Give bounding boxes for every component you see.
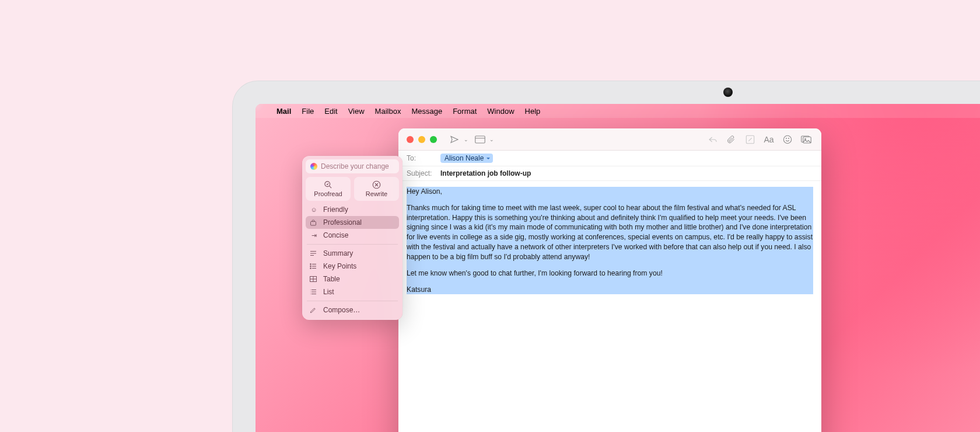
compose-item[interactable]: Compose…: [306, 304, 399, 316]
svg-rect-0: [475, 136, 485, 143]
menu-mailbox[interactable]: Mailbox: [375, 107, 401, 116]
menubar: Mail File Edit View Mailbox Message Form…: [256, 104, 980, 118]
writing-tools-popover: Describe your change Proofread Rewrite: [302, 156, 402, 320]
svg-point-3: [786, 138, 787, 138]
keypoints-icon: [310, 263, 318, 269]
subject-label: Subject:: [407, 169, 436, 177]
svg-point-4: [789, 138, 789, 138]
describe-change-input[interactable]: Describe your change: [306, 159, 399, 173]
transform-summary[interactable]: Summary: [306, 247, 399, 260]
describe-change-placeholder: Describe your change: [321, 162, 389, 170]
compose-label: Compose…: [323, 306, 360, 314]
tone-concise[interactable]: ⇥ Concise: [306, 229, 399, 242]
recipient-name: Alison Neale: [444, 154, 484, 162]
send-button[interactable]: [447, 133, 461, 147]
concise-label: Concise: [323, 231, 348, 239]
rewrite-label: Rewrite: [366, 190, 387, 197]
popover-divider-2: [307, 301, 398, 301]
transform-list[interactable]: List: [306, 285, 399, 298]
message-body[interactable]: Hey Alison, Thanks much for taking time …: [398, 181, 821, 432]
ai-spark-icon: [310, 163, 317, 170]
rewrite-button[interactable]: Rewrite: [354, 177, 399, 201]
friendly-label: Friendly: [323, 205, 348, 214]
proofread-icon: [306, 180, 351, 190]
body-paragraph-2: Let me know when's good to chat further,…: [407, 269, 813, 278]
popover-divider: [307, 244, 398, 245]
menu-file[interactable]: File: [302, 107, 314, 116]
svg-point-8: [325, 182, 330, 187]
photo-browser-button[interactable]: [799, 133, 813, 147]
friendly-icon: ☺: [310, 206, 318, 213]
subject-value: Interpretation job follow-up: [440, 169, 531, 177]
professional-icon: [310, 220, 318, 226]
subject-row[interactable]: Subject: Interpretation job follow-up: [398, 166, 821, 181]
send-options-chevron-icon[interactable]: ⌄: [464, 137, 468, 142]
summary-label: Summary: [323, 249, 353, 257]
list-icon: [310, 289, 318, 295]
zoom-button[interactable]: [430, 136, 437, 143]
svg-point-13: [310, 268, 312, 269]
compose-titlebar: ⌄ ⌄ Aa: [398, 128, 821, 151]
imac-frame: Mail File Edit View Mailbox Message Form…: [232, 81, 980, 432]
body-signature: Katsura: [407, 285, 813, 295]
desktop-screen: Mail File Edit View Mailbox Message Form…: [256, 104, 980, 432]
reply-button[interactable]: [706, 133, 720, 147]
header-fields-button[interactable]: [473, 133, 487, 147]
menu-help[interactable]: Help: [525, 107, 541, 116]
to-label: To:: [407, 154, 436, 162]
svg-point-12: [310, 266, 312, 267]
menubar-app-name[interactable]: Mail: [276, 107, 291, 116]
compose-window: ⌄ ⌄ Aa: [398, 128, 821, 432]
proofread-button[interactable]: Proofread: [306, 177, 351, 201]
format-button[interactable]: Aa: [762, 133, 776, 147]
header-options-chevron-icon[interactable]: ⌄: [489, 137, 494, 142]
body-greeting: Hey Alison,: [407, 187, 813, 197]
menu-view[interactable]: View: [348, 107, 365, 116]
menu-message[interactable]: Message: [411, 107, 442, 116]
svg-rect-10: [311, 221, 316, 225]
rewrite-icon: [354, 180, 399, 190]
tone-professional[interactable]: Professional: [306, 216, 399, 229]
transform-table[interactable]: Table: [306, 273, 399, 285]
transform-keypoints[interactable]: Key Points: [306, 260, 399, 273]
keypoints-label: Key Points: [323, 262, 356, 270]
minimize-button[interactable]: [418, 136, 425, 143]
table-label: Table: [323, 275, 340, 283]
close-button[interactable]: [407, 136, 414, 143]
menu-edit[interactable]: Edit: [324, 107, 337, 116]
svg-point-11: [310, 264, 312, 265]
tone-friendly[interactable]: ☺ Friendly: [306, 203, 399, 216]
emoji-button[interactable]: [780, 133, 794, 147]
menu-window[interactable]: Window: [487, 107, 514, 116]
camera-icon: [723, 88, 733, 97]
summary-icon: [310, 250, 318, 256]
compose-icon: [310, 307, 318, 313]
menu-format[interactable]: Format: [453, 107, 477, 116]
svg-point-2: [783, 135, 791, 143]
window-controls: [407, 136, 437, 143]
recipient-token[interactable]: Alison Neale: [440, 154, 493, 163]
body-paragraph-1: Thanks much for taking time to meet with…: [407, 203, 813, 262]
professional-label: Professional: [323, 218, 362, 227]
to-row[interactable]: To: Alison Neale: [398, 151, 821, 166]
table-icon: [310, 276, 318, 282]
proofread-label: Proofread: [314, 190, 342, 197]
list-label: List: [323, 288, 334, 296]
attach-button[interactable]: [724, 133, 738, 147]
markup-button[interactable]: [743, 133, 757, 147]
concise-icon: ⇥: [310, 232, 318, 239]
